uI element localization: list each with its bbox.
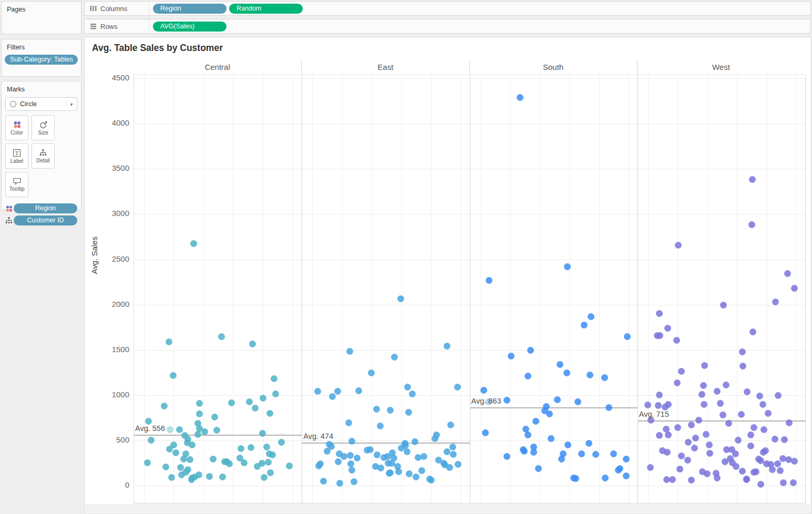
data-point[interactable]	[418, 467, 425, 474]
data-point[interactable]	[723, 382, 729, 388]
data-point[interactable]	[733, 463, 739, 470]
data-point[interactable]	[574, 398, 581, 405]
data-point[interactable]	[336, 480, 343, 487]
data-point[interactable]	[482, 429, 489, 436]
rows-shelf[interactable]: Rows AVG(Sales)	[84, 19, 811, 34]
data-point[interactable]	[405, 409, 412, 416]
data-point[interactable]	[695, 417, 702, 424]
data-point[interactable]	[252, 405, 259, 412]
data-point[interactable]	[345, 419, 352, 426]
data-point[interactable]	[346, 348, 353, 355]
data-point[interactable]	[450, 451, 457, 458]
data-point[interactable]	[334, 388, 341, 395]
data-point[interactable]	[669, 476, 676, 483]
data-point[interactable]	[739, 468, 746, 475]
color-button[interactable]: Color	[5, 115, 28, 140]
data-point[interactable]	[744, 388, 751, 395]
data-point[interactable]	[144, 459, 151, 466]
data-point[interactable]	[786, 419, 793, 426]
data-point[interactable]	[166, 338, 172, 345]
data-point[interactable]	[769, 466, 776, 473]
data-point[interactable]	[772, 299, 779, 305]
data-point[interactable]	[676, 466, 683, 472]
columns-shelf[interactable]: Columns RegionRandom	[84, 1, 811, 16]
data-point[interactable]	[665, 401, 672, 408]
data-point[interactable]	[228, 399, 235, 406]
data-point[interactable]	[751, 424, 757, 431]
data-point[interactable]	[588, 313, 594, 320]
data-point[interactable]	[412, 438, 418, 445]
data-point[interactable]	[272, 390, 279, 397]
data-point[interactable]	[587, 372, 593, 378]
data-point[interactable]	[347, 460, 354, 467]
data-point[interactable]	[246, 398, 253, 405]
data-point[interactable]	[348, 438, 355, 445]
data-point[interactable]	[675, 242, 682, 249]
data-point[interactable]	[665, 431, 672, 438]
data-point[interactable]	[647, 464, 654, 471]
data-point[interactable]	[188, 476, 195, 483]
data-point[interactable]	[444, 343, 450, 349]
data-point[interactable]	[161, 403, 168, 409]
data-point[interactable]	[664, 325, 671, 332]
data-point[interactable]	[176, 426, 183, 433]
data-point[interactable]	[780, 479, 787, 486]
data-point[interactable]	[455, 461, 461, 468]
data-point[interactable]	[172, 449, 179, 456]
data-point[interactable]	[698, 391, 705, 398]
data-point[interactable]	[196, 471, 202, 478]
data-point[interactable]	[386, 470, 393, 477]
data-point[interactable]	[704, 470, 711, 477]
data-point[interactable]	[572, 475, 579, 482]
data-point[interactable]	[329, 393, 336, 400]
data-point[interactable]	[404, 448, 410, 455]
data-point[interactable]	[644, 402, 651, 408]
data-point[interactable]	[714, 475, 721, 481]
data-point[interactable]	[178, 471, 185, 478]
column-header-west[interactable]: West	[637, 61, 805, 74]
data-point[interactable]	[655, 402, 662, 409]
data-point[interactable]	[691, 445, 698, 451]
data-point[interactable]	[189, 441, 196, 448]
data-point[interactable]	[145, 418, 152, 425]
data-point[interactable]	[720, 412, 726, 418]
data-point[interactable]	[286, 462, 293, 469]
data-point[interactable]	[725, 420, 732, 427]
marks-pill-region[interactable]: Region	[14, 203, 77, 213]
marks-pill-customer-id[interactable]: Customer ID	[14, 215, 77, 225]
data-point[interactable]	[517, 94, 523, 101]
data-point[interactable]	[678, 453, 685, 459]
data-point[interactable]	[221, 458, 228, 465]
data-point[interactable]	[206, 473, 213, 480]
data-point[interactable]	[351, 478, 357, 485]
data-point[interactable]	[592, 451, 599, 458]
data-point[interactable]	[656, 332, 663, 339]
pages-shelf[interactable]: Pages	[1, 1, 81, 34]
data-point[interactable]	[585, 440, 592, 447]
data-point[interactable]	[196, 400, 203, 407]
data-point[interactable]	[210, 456, 217, 462]
data-point[interactable]	[753, 468, 759, 475]
data-point[interactable]	[196, 410, 203, 417]
rows-pill-avg(sales)[interactable]: AVG(Sales)	[153, 22, 227, 32]
data-point[interactable]	[747, 443, 754, 449]
data-point[interactable]	[447, 422, 454, 428]
data-point[interactable]	[688, 422, 695, 428]
data-point[interactable]	[162, 464, 169, 470]
data-point[interactable]	[738, 411, 745, 418]
data-point[interactable]	[762, 447, 769, 454]
data-point[interactable]	[624, 333, 631, 340]
data-point[interactable]	[743, 476, 750, 482]
data-point[interactable]	[241, 459, 248, 466]
data-point[interactable]	[395, 468, 402, 475]
bottom-scroll-strip[interactable]	[85, 505, 810, 513]
data-point[interactable]	[347, 452, 354, 459]
reference-line[interactable]	[638, 420, 805, 422]
data-point[interactable]	[348, 467, 355, 474]
data-point[interactable]	[557, 361, 563, 368]
data-point[interactable]	[413, 474, 419, 480]
data-point[interactable]	[678, 368, 685, 375]
data-point[interactable]	[674, 379, 681, 386]
data-point[interactable]	[749, 176, 756, 183]
data-point[interactable]	[187, 456, 193, 463]
